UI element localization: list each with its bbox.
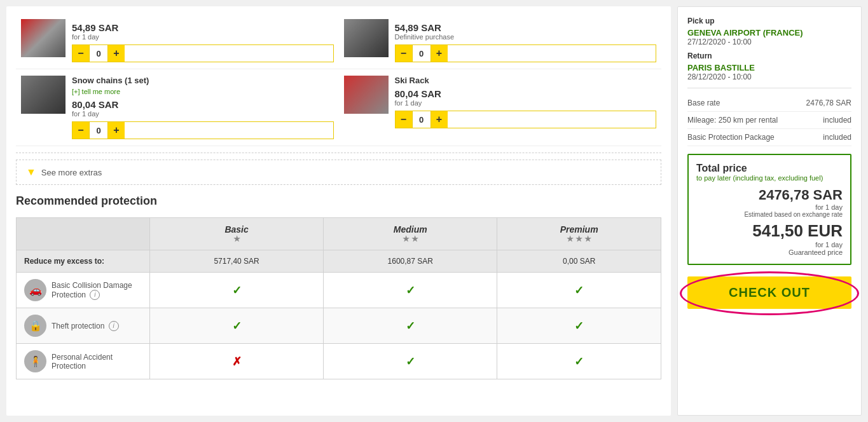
extra-info-2: 54,89 SAR Definitive purchase − 0 +: [395, 19, 657, 62]
price-row-protection: Basic Protection Package included: [687, 129, 851, 146]
protection-feature-row-1: 🚗 Basic Collision Damage Protection i ✓ …: [17, 273, 661, 308]
protection-header-label: [17, 218, 150, 250]
qty-increase-3[interactable]: +: [108, 122, 125, 139]
qty-value-1[interactable]: 0: [89, 45, 108, 62]
total-eur-price: 541,50 EUR: [696, 221, 843, 241]
reduce-row: Reduce my excess to: 5717,40 SAR 1600,87…: [17, 250, 661, 273]
see-more-extras[interactable]: ▼ See more extras: [16, 160, 661, 185]
price-value-base: 2476,78 SAR: [806, 99, 851, 107]
pickup-label: Pick up: [687, 17, 851, 25]
exchange-note: Estimated based on exchange rate: [696, 211, 843, 218]
extra-image-snowchain: [21, 76, 65, 114]
quantity-control-2: − 0 +: [395, 44, 657, 62]
extra-period-4: for 1 day: [395, 99, 657, 107]
protection-feature-row-3: 🧍 Personal Accident Protection ✗ ✓ ✓: [17, 344, 661, 379]
quantity-control-1: − 0 +: [72, 44, 334, 62]
feature-2-premium: ✓: [497, 308, 661, 344]
price-label-base: Base rate: [687, 99, 720, 107]
qty-decrease-4[interactable]: −: [396, 111, 412, 128]
extra-image-carseat: [21, 19, 65, 57]
chevron-down-icon: ▼: [26, 167, 36, 178]
guaranteed-price: Guaranteed price: [696, 248, 843, 256]
pickup-location: GENEVA AIRPORT (FRANCE): [687, 28, 851, 37]
sidebar: Pick up GENEVA AIRPORT (FRANCE) 27/12/20…: [677, 6, 862, 416]
protection-section-title: Recommended protection: [16, 194, 661, 208]
feature-2-basic: ✓: [150, 308, 324, 344]
protection-table: Basic ★ Medium ★ ★ Premium ★ ★ ★: [16, 217, 661, 379]
total-subtitle: to pay later (including tax, excluding f…: [696, 174, 843, 182]
check-icon: ✓: [232, 320, 242, 332]
check-icon: ✓: [574, 284, 584, 297]
return-location: PARIS BASTILLE: [687, 63, 851, 72]
extra-item-4: Ski Rack 80,04 SAR for 1 day − 0 +: [339, 69, 662, 146]
price-value-protection: included: [823, 133, 851, 142]
extra-info-4: Ski Rack 80,04 SAR for 1 day − 0 +: [395, 76, 657, 128]
return-label: Return: [687, 51, 851, 60]
qty-increase-1[interactable]: +: [108, 45, 125, 62]
protection-header-basic[interactable]: Basic ★: [150, 218, 324, 250]
feature-label-1: 🚗 Basic Collision Damage Protection i: [17, 273, 150, 308]
pickup-section: Pick up GENEVA AIRPORT (FRANCE) 27/12/20…: [687, 17, 851, 46]
qty-value-4[interactable]: 0: [412, 111, 431, 128]
feature-3-premium: ✓: [497, 344, 661, 379]
feature-1-premium: ✓: [497, 273, 661, 308]
checkout-button[interactable]: CHECK OUT: [687, 276, 851, 309]
extra-image-ski: [344, 76, 389, 114]
check-icon: ✓: [574, 320, 584, 332]
qty-value-2[interactable]: 0: [412, 45, 431, 62]
extra-item-2: 54,89 SAR Definitive purchase − 0 +: [339, 13, 662, 69]
quantity-control-4: − 0 +: [395, 111, 657, 128]
qty-decrease-3[interactable]: −: [72, 122, 89, 139]
reduce-value-basic: 5717,40 SAR: [150, 250, 324, 273]
info-icon-1[interactable]: i: [90, 290, 100, 300]
price-row-base: Base rate 2476,78 SAR: [687, 95, 851, 112]
qty-decrease-2[interactable]: −: [396, 45, 412, 62]
extra-period-2: Definitive purchase: [395, 33, 657, 41]
info-icon-2[interactable]: i: [109, 321, 119, 331]
extra-period-3: for 1 day: [72, 110, 334, 118]
price-label-mileage: Mileage: 250 km per rental: [687, 116, 778, 125]
feature-3-medium: ✓: [324, 344, 497, 379]
return-section: Return PARIS BASTILLE 28/12/2020 - 10:00: [687, 51, 851, 81]
feature-icon-theft: 🔒: [24, 315, 46, 337]
feature-2-medium: ✓: [324, 308, 497, 344]
extra-price-3: 80,04 SAR: [72, 99, 334, 110]
check-icon: ✓: [406, 284, 415, 297]
extra-price-2: 54,89 SAR: [395, 22, 657, 33]
feature-icon-accident: 🧍: [24, 350, 46, 372]
extra-link-3[interactable]: [+] tell me more: [72, 88, 120, 95]
return-date: 28/12/2020 - 10:00: [687, 72, 851, 81]
pickup-date: 27/12/2020 - 10:00: [687, 37, 851, 46]
checkout-wrapper: CHECK OUT: [687, 276, 851, 309]
reduce-value-premium: 0,00 SAR: [497, 250, 661, 273]
check-icon: ✓: [406, 355, 415, 368]
extra-info-1: 54,89 SAR for 1 day − 0 +: [72, 19, 334, 62]
feature-name-3: Personal Accident Protection: [52, 353, 142, 371]
reduce-value-medium: 1600,87 SAR: [324, 250, 497, 273]
feature-label-3: 🧍 Personal Accident Protection: [17, 344, 150, 379]
total-price-box: Total price to pay later (including tax,…: [687, 154, 851, 265]
check-icon: ✓: [406, 320, 415, 332]
qty-decrease-1[interactable]: −: [72, 45, 89, 62]
qty-value-3[interactable]: 0: [89, 122, 108, 139]
extra-price-1: 54,89 SAR: [72, 22, 334, 33]
extra-price-4: 80,04 SAR: [395, 88, 657, 99]
protection-feature-row-2: 🔒 Theft protection i ✓ ✓ ✓: [17, 308, 661, 344]
extra-item-3: Snow chains (1 set) [+] tell me more 80,…: [16, 69, 339, 146]
feature-name-1: Basic Collision Damage Protection i: [52, 281, 142, 300]
price-label-protection: Basic Protection Package: [687, 133, 775, 142]
feature-icon-collision: 🚗: [24, 279, 46, 301]
protection-header-premium[interactable]: Premium ★ ★ ★: [497, 218, 661, 250]
quantity-control-3: − 0 +: [72, 121, 334, 139]
extras-grid: 54,89 SAR for 1 day − 0 + 54,89 SAR Defi…: [16, 13, 661, 153]
qty-increase-4[interactable]: +: [431, 111, 448, 128]
qty-increase-2[interactable]: +: [431, 45, 448, 62]
price-value-mileage: included: [823, 116, 851, 125]
extra-period-1: for 1 day: [72, 33, 334, 41]
price-row-mileage: Mileage: 250 km per rental included: [687, 112, 851, 129]
protection-header-medium[interactable]: Medium ★ ★: [324, 218, 497, 250]
extra-item-1: 54,89 SAR for 1 day − 0 +: [16, 13, 339, 69]
total-sar-period: for 1 day: [696, 203, 843, 211]
extra-info-3: Snow chains (1 set) [+] tell me more 80,…: [72, 76, 334, 139]
extra-title-4: Ski Rack: [395, 76, 657, 85]
